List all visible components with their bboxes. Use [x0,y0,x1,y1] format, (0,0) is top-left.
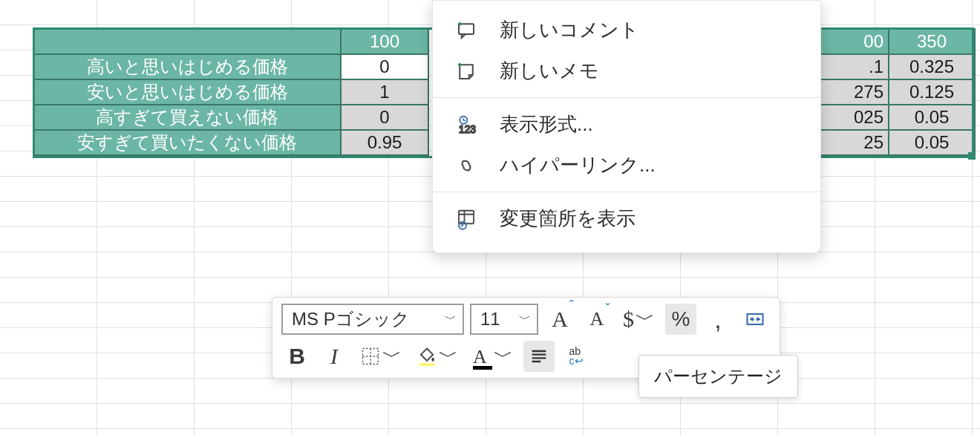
table-row: .1 0.325 [820,54,975,79]
decrease-font-button[interactable]: A [581,304,612,335]
comma-icon: , [714,314,721,324]
format-cells-icon: 123 [454,112,479,137]
data-table[interactable]: 100 高いと思いはじめる価格 0 安いと思いはじめる価格 1 高すぎて買えない… [33,28,429,156]
table-row: 025 0.05 [820,105,975,130]
cell[interactable]: 0.05 [889,130,975,155]
row-label[interactable]: 安いと思いはじめる価格 [33,79,341,105]
svg-rect-0 [459,24,474,34]
menu-item-show-changes[interactable]: 変更箇所を表示 [433,198,820,239]
cell[interactable]: 0 [341,105,428,130]
fill-color-icon [416,346,437,367]
comma-format-button[interactable]: , [702,304,734,335]
decrease-font-icon: A [590,308,604,330]
merge-center-button[interactable] [739,304,771,335]
menu-item-label: 表示形式... [500,111,593,137]
fill-color-button[interactable]: ﹀ [412,341,463,372]
chevron-down-icon: ﹀ [636,307,655,333]
context-menu: 新しいコメント 新しいメモ 123 表示形式... [432,0,821,253]
percent-format-button[interactable]: % [665,304,696,335]
font-color-icon: A [473,345,492,368]
italic-button[interactable]: I [318,341,350,372]
font-name-combo[interactable]: MS Pゴシック ﹀ [281,304,464,335]
menu-item-label: 新しいコメント [500,17,639,43]
svg-rect-7 [419,363,435,366]
font-color-button[interactable]: A ﹀ [468,341,517,372]
header-cell-blank[interactable] [33,29,341,54]
header-cell[interactable]: 00 [820,29,889,54]
cell[interactable]: 0.95 [341,130,428,155]
cell[interactable]: 0.125 [889,79,975,105]
increase-font-icon: A [552,307,568,332]
new-memo-icon [454,59,479,84]
cell[interactable]: 0.05 [889,105,975,130]
font-size-combo[interactable]: 11 ﹀ [470,304,538,335]
menu-item-label: ハイパーリンク... [500,152,656,178]
cell[interactable]: 0 [341,54,428,79]
header-cell[interactable]: 350 [889,29,975,54]
increase-font-button[interactable]: A [544,304,575,335]
table-header-row: 100 [33,29,428,54]
table-row: 高すぎて買えない価格 0 [33,105,428,130]
row-label[interactable]: 安すぎて買いたくない価格 [33,130,341,155]
svg-rect-5 [748,314,763,324]
new-comment-icon [454,18,479,43]
bold-button[interactable]: B [281,341,313,372]
borders-icon [360,346,381,367]
merge-center-icon [745,309,765,330]
wrap-text-button[interactable]: abc↩ [561,341,592,372]
chevron-down-icon: ﹀ [494,344,513,370]
borders-button[interactable]: ﹀ [356,341,406,372]
chevron-down-icon: ﹀ [382,344,402,370]
row-label[interactable]: 高いと思いはじめる価格 [33,54,341,79]
menu-item-label: 新しいメモ [500,58,599,84]
table-header-row: 00 350 [820,29,975,54]
menu-item-format-cells[interactable]: 123 表示形式... [433,104,820,145]
align-icon [529,346,549,367]
menu-item-label: 変更箇所を表示 [500,206,636,232]
wrap-text-icon: abc↩ [569,347,584,366]
menu-item-new-memo[interactable]: 新しいメモ [433,50,820,91]
chevron-down-icon: ﹀ [519,312,531,327]
chevron-down-icon: ﹀ [439,344,458,370]
font-size-value: 11 [480,309,500,330]
cell[interactable]: 025 [820,105,889,130]
currency-format-button[interactable]: $ ﹀ [618,304,659,335]
svg-text:123: 123 [459,124,476,135]
font-name-value: MS Pゴシック [292,307,410,331]
cell[interactable]: 0.325 [889,54,975,79]
hyperlink-icon [454,153,479,178]
cell[interactable]: 275 [820,79,889,105]
percent-icon: % [672,307,690,331]
cell[interactable]: 1 [341,79,428,105]
table-row: 安すぎて買いたくない価格 0.95 [33,130,428,155]
row-label[interactable]: 高すぎて買えない価格 [33,105,341,130]
header-cell-0[interactable]: 100 [341,29,428,54]
table-row: 高いと思いはじめる価格 0 [33,54,428,79]
chevron-down-icon: ﹀ [445,312,457,327]
menu-item-hyperlink[interactable]: ハイパーリンク... [433,145,820,186]
data-table-right[interactable]: 00 350 .1 0.325 275 0.125 025 0.05 25 0.… [820,28,976,156]
cell[interactable]: .1 [820,54,889,79]
table-row: 275 0.125 [820,79,975,105]
cell[interactable]: 25 [820,130,889,155]
menu-separator [433,97,820,98]
tooltip-percentage: パーセンテージ [638,355,798,398]
menu-item-new-comment[interactable]: 新しいコメント [433,10,820,50]
align-button[interactable] [523,341,555,372]
dollar-icon: $ [623,307,634,332]
table-row: 25 0.05 [820,130,975,155]
show-changes-icon [454,206,479,232]
table-row: 安いと思いはじめる価格 1 [33,79,428,105]
menu-separator [433,192,820,192]
